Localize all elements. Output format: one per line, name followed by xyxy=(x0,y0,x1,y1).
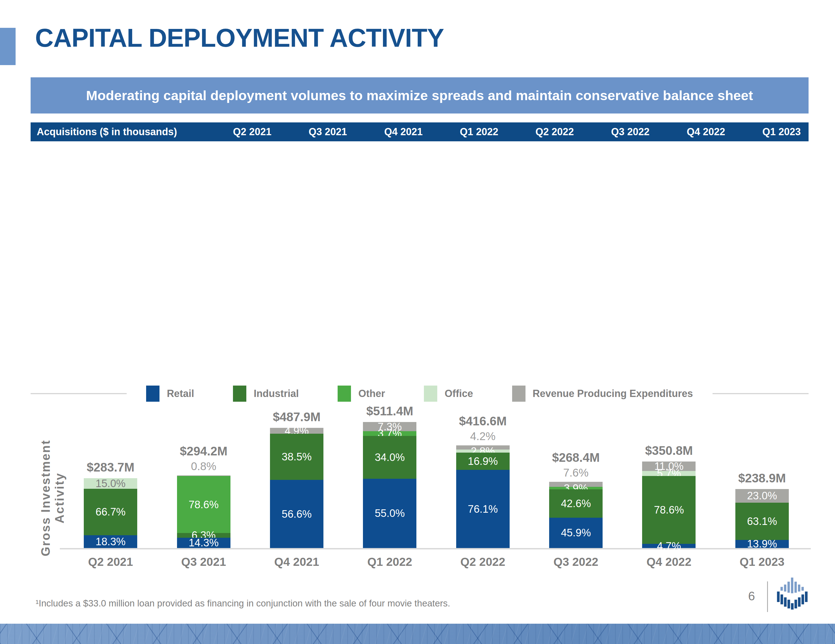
bar-segment-other: 78.6% xyxy=(177,476,231,533)
bar-segment-retail: 4.7% xyxy=(642,544,695,548)
bar-segment-industrial: 78.6% xyxy=(642,476,695,544)
legend-item-retail: Retail xyxy=(146,386,194,402)
footnote: ¹Includes a $33.0 million loan provided … xyxy=(36,598,450,609)
bar-segment-office: 2.8% xyxy=(456,449,510,453)
footer-divider xyxy=(767,581,768,612)
column-header: Q2 2021 xyxy=(204,122,279,141)
x-axis-label: Q2 2022 xyxy=(460,555,505,569)
stacked-bar: 7.3%3.7%34.0%55.0% xyxy=(363,422,416,548)
segment-label: 4.7% xyxy=(657,541,681,552)
stacked-bar: 11.0%5.7%78.6%4.7% xyxy=(642,462,695,548)
bar-segment-industrial: 63.1% xyxy=(735,503,789,540)
x-axis-line xyxy=(60,548,811,550)
bar-total-label: $294.2M xyxy=(143,444,265,458)
bar-segment-retail: 55.0% xyxy=(363,479,416,548)
segment-label: 42.6% xyxy=(561,498,591,509)
bar-above-label: 4.2% xyxy=(422,430,544,443)
bar-segment-retail: 18.3% xyxy=(84,535,137,548)
chart-plot-area: 15.0%66.7%18.3%$283.7MQ2 202178.6%6.3%14… xyxy=(64,415,809,548)
legend-label: Revenue Producing Expenditures xyxy=(533,388,693,399)
legend-label: Other xyxy=(358,388,385,399)
legend-item-revenue-producing-expenditures: Revenue Producing Expenditures xyxy=(512,386,693,402)
segment-label: 18.3% xyxy=(96,536,125,547)
segment-label: 66.7% xyxy=(96,506,125,517)
segment-label: 45.9% xyxy=(561,527,591,538)
legend-item-industrial: Industrial xyxy=(233,386,299,402)
segment-label: 13.9% xyxy=(747,539,777,549)
bar-segment-office: 15.0% xyxy=(84,478,137,489)
stacked-bar: 15.0%66.7%18.3% xyxy=(84,478,137,548)
x-axis-label: Q2 2021 xyxy=(88,555,133,569)
slide: CAPITAL DEPLOYMENT ACTIVITY Moderating c… xyxy=(0,0,835,644)
segment-label: 63.1% xyxy=(747,516,777,527)
segment-label: 78.6% xyxy=(654,504,684,515)
segment-label: 56.6% xyxy=(282,509,312,519)
title-accent-bar xyxy=(0,28,16,65)
segment-label: 76.1% xyxy=(468,504,498,514)
column-header: Q1 2022 xyxy=(430,122,506,141)
column-header: Q3 2022 xyxy=(582,122,658,141)
company-logo xyxy=(773,576,811,614)
bottom-photo-band xyxy=(0,624,835,644)
x-axis-label: Q1 2022 xyxy=(367,555,412,569)
page-title: CAPITAL DEPLOYMENT ACTIVITY xyxy=(35,23,444,53)
bar-above-label: 7.6% xyxy=(515,467,637,479)
x-axis-label: Q3 2021 xyxy=(181,555,226,569)
segment-label: 15.0% xyxy=(96,478,125,489)
page-number: 6 xyxy=(748,589,755,603)
stacked-bar: 78.6%6.3%14.3% xyxy=(177,475,231,548)
legend-swatch xyxy=(512,386,525,402)
bar-segment-industrial: 42.6% xyxy=(549,489,603,517)
legend-item-office: Office xyxy=(424,386,473,402)
bar-segment-industrial: 34.0% xyxy=(363,436,416,479)
legend-swatch xyxy=(338,386,351,402)
bar-segment-revenue-producing-expenditures: 23.0% xyxy=(735,489,789,503)
segment-label: 38.5% xyxy=(282,451,312,462)
chart-legend: RetailIndustrialOtherOfficeRevenue Produ… xyxy=(31,384,809,403)
column-header: Q3 2021 xyxy=(279,122,355,141)
logo-top-bars xyxy=(780,577,804,593)
segment-label: 55.0% xyxy=(375,508,405,519)
acquisitions-table: Acquisitions ($ in thousands)Q2 2021Q3 2… xyxy=(31,122,809,141)
table-header-row: Acquisitions ($ in thousands)Q2 2021Q3 2… xyxy=(31,122,809,141)
x-axis-label: Q1 2023 xyxy=(739,555,785,569)
bar-segment-other: 3.7% xyxy=(363,431,416,436)
bar-segment-retail: 56.6% xyxy=(270,480,323,548)
legend-item-other: Other xyxy=(338,386,385,402)
legend-rule-left xyxy=(31,393,127,394)
legend-rule-right xyxy=(713,393,809,394)
x-axis-label: Q4 2022 xyxy=(647,555,691,569)
stacked-bar: 23.0%63.1%13.9% xyxy=(735,489,789,548)
segment-label: 16.9% xyxy=(468,456,498,467)
bar-total-label: $350.8M xyxy=(608,444,730,457)
logo-bottom-bars xyxy=(777,591,808,610)
legend-label: Office xyxy=(445,388,473,399)
column-header: Q2 2022 xyxy=(506,122,582,141)
bar-segment-industrial: 66.7% xyxy=(84,489,137,535)
bar-segment-retail: 76.1% xyxy=(456,470,510,548)
legend-label: Industrial xyxy=(253,388,299,399)
bar-segment-retail: 14.3% xyxy=(177,538,231,548)
bar-total-label: $416.6M xyxy=(422,414,544,428)
x-axis-label: Q3 2022 xyxy=(553,555,598,569)
stacked-bar: 2.8%16.9%76.1% xyxy=(456,445,510,548)
column-header: Q4 2022 xyxy=(658,122,733,141)
bar-segment-office: 5.7% xyxy=(642,471,695,476)
legend-label: Retail xyxy=(167,388,194,399)
legend-swatch xyxy=(233,386,246,402)
subtitle-banner: Moderating capital deployment volumes to… xyxy=(31,77,809,114)
bar-segment-retail: 45.9% xyxy=(549,518,603,548)
bar-total-label: $238.9M xyxy=(701,471,823,485)
subtitle-text: Moderating capital deployment volumes to… xyxy=(86,88,753,103)
bar-segment-industrial: 16.9% xyxy=(456,453,510,470)
bar-segment-retail: 13.9% xyxy=(735,540,789,548)
stacked-bar: 3.9%42.6%45.9% xyxy=(549,482,603,548)
segment-label: 78.6% xyxy=(189,500,219,510)
segment-label: 34.0% xyxy=(375,452,405,462)
legend-swatch xyxy=(146,386,159,402)
bar-segment-industrial: 38.5% xyxy=(270,434,323,480)
stacked-bar: 4.9%38.5%56.6% xyxy=(270,428,323,548)
column-header: Q1 2023 xyxy=(733,122,809,141)
bar-segment-other: 3.9% xyxy=(549,487,603,489)
y-axis-label: Gross Investment Activity xyxy=(39,420,53,576)
